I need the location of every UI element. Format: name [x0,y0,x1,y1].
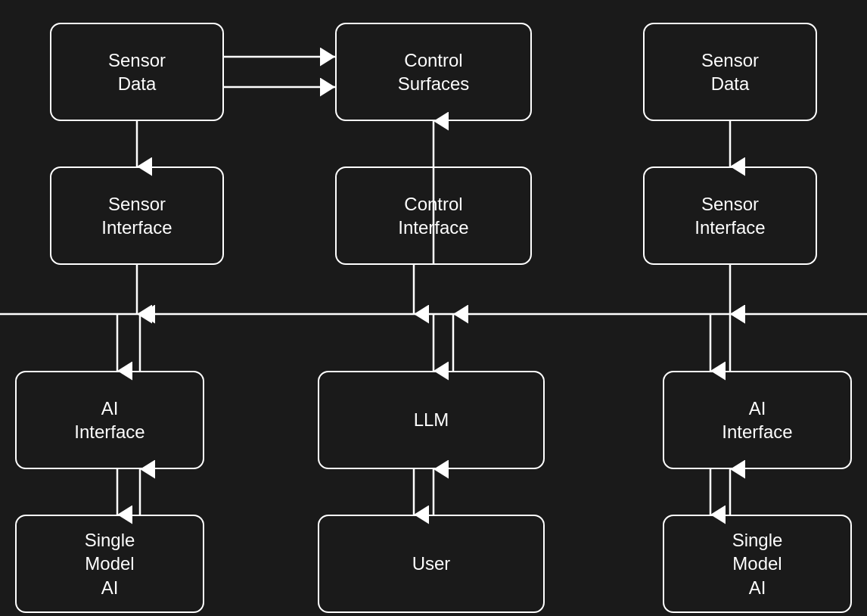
sensor-data-left: SensorData [50,23,224,121]
user: User [318,515,545,613]
sensor-interface-left: SensorInterface [50,166,224,265]
sensor-interface-right: SensorInterface [643,166,817,265]
llm: LLM [318,371,545,469]
single-model-ai-left: SingleModelAI [15,515,204,613]
control-surfaces: ControlSurfaces [335,23,532,121]
ai-interface-left: AIInterface [15,371,204,469]
ai-interface-right: AIInterface [663,371,852,469]
control-interface: ControlInterface [335,166,532,265]
sensor-data-right: SensorData [643,23,817,121]
architecture-diagram: SensorData ControlSurfaces SensorData Se… [0,0,867,616]
single-model-ai-right: SingleModelAI [663,515,852,613]
